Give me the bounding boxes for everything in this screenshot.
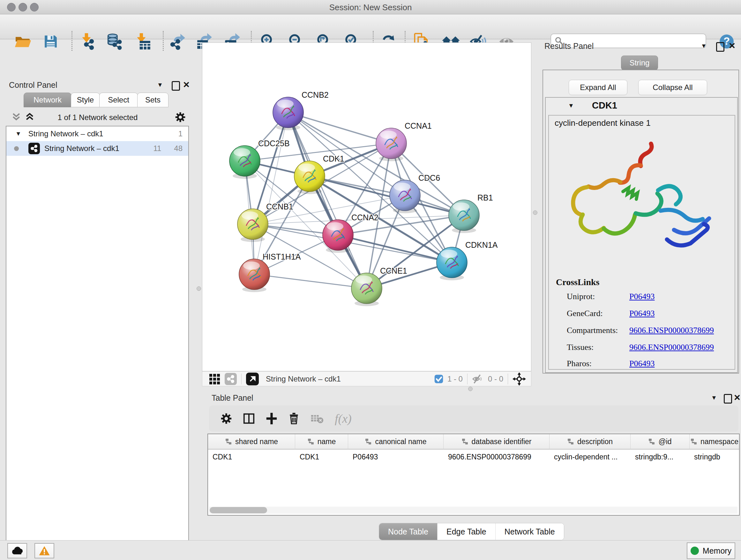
tab-sets[interactable]: Sets — [137, 92, 169, 107]
table-scrollbar-thumb[interactable] — [210, 507, 267, 513]
results-panel-collapse-icon[interactable]: ▼ — [701, 43, 707, 50]
cell-namespace[interactable]: stringdb — [690, 449, 739, 464]
column-label: database identifier — [472, 437, 532, 446]
network-label: String Network – cdk1 — [44, 144, 153, 153]
column-header[interactable]: database identifier — [444, 434, 549, 449]
show-columns-icon[interactable] — [243, 413, 255, 425]
detach-view-icon[interactable] — [246, 373, 259, 385]
tab-string[interactable]: String — [621, 56, 658, 70]
column-label: shared name — [235, 437, 278, 446]
network-row[interactable]: String Network – cdk1 11 48 — [6, 141, 188, 156]
crosslink-link[interactable]: 9606.ENSP00000378699 — [629, 326, 714, 335]
results-panel-close-icon[interactable]: × — [729, 42, 735, 49]
results-panel-title: Results Panel — [544, 42, 594, 51]
divider — [241, 374, 242, 384]
network-node-label: CDC6 — [418, 173, 440, 182]
network-edge[interactable] — [254, 112, 288, 274]
table-panel-collapse-icon[interactable]: ▼ — [711, 394, 717, 401]
column-header[interactable]: @id — [630, 434, 690, 449]
column-header[interactable]: description — [549, 434, 630, 449]
cell-id[interactable]: stringdb:9... — [630, 449, 690, 464]
hidden-node-edge-counts: 0 - 0 — [488, 374, 503, 383]
tab-network-table[interactable]: Network Table — [495, 523, 564, 540]
network-edge-count: 48 — [174, 144, 183, 153]
delete-table-icon[interactable] — [311, 413, 324, 424]
column-label: @id — [658, 437, 671, 446]
gene-expand-icon[interactable]: ▼ — [568, 102, 574, 109]
grid-view-icon[interactable] — [209, 373, 220, 385]
network-node-label: CDKN1A — [465, 240, 498, 249]
network-edge[interactable] — [288, 112, 391, 143]
crosslink-label: Uniprot: — [567, 292, 595, 301]
cloud-status-button[interactable] — [7, 543, 27, 558]
column-header[interactable]: name — [295, 434, 348, 449]
column-header[interactable]: canonical name — [348, 434, 444, 449]
table-settings-gear-icon[interactable] — [220, 413, 232, 424]
function-builder-icon[interactable]: f(x) — [335, 412, 352, 426]
collection-label: String Network – cdk1 — [28, 129, 179, 138]
network-options-gear-icon[interactable] — [175, 112, 186, 123]
network-edge[interactable] — [288, 112, 367, 288]
selected-checkbox-icon[interactable] — [434, 374, 444, 384]
crosslink-label: GeneCard: — [567, 309, 603, 318]
column-header[interactable]: shared name — [208, 434, 295, 449]
gene-name: CDK1 — [592, 100, 617, 111]
tab-style[interactable]: Style — [71, 92, 100, 107]
cell-shared-name[interactable]: CDK1 — [208, 449, 295, 464]
network-node-label: CDC25B — [258, 139, 290, 148]
warnings-button[interactable] — [35, 543, 54, 558]
hidden-eye-icon[interactable] — [472, 374, 484, 384]
string-results-box: Expand All Collapse All ▼ CDK1 cyclin-de… — [542, 70, 739, 374]
network-tree: ▼ String Network – cdk1 1 String Network… — [6, 126, 189, 560]
delete-column-icon[interactable] — [288, 412, 300, 425]
add-column-icon[interactable] — [266, 412, 277, 425]
cell-name[interactable]: CDK1 — [295, 449, 348, 464]
network-graph[interactable]: CCNB2CCNA1CDC25BCDK1CDC6RB1CCNB1CCNA2CDK… — [202, 43, 531, 371]
cell-database-identifier[interactable]: 9606.ENSP00000378699 — [444, 449, 549, 464]
tab-select[interactable]: Select — [99, 92, 138, 107]
network-view-title: String Network – cdk1 — [266, 374, 341, 383]
protein-structure-image — [555, 134, 728, 271]
crosslink-link[interactable]: P06493 — [629, 359, 655, 368]
network-edge[interactable] — [254, 274, 367, 288]
expand-all-button[interactable]: Expand All — [569, 80, 627, 95]
divider — [508, 374, 508, 384]
right-splitter-handle[interactable] — [533, 210, 537, 215]
network-node-label: CCNA2 — [351, 213, 379, 222]
crosslink-link[interactable]: 9606.ENSP00000378699 — [629, 343, 714, 352]
table-horizontal-scrollbar[interactable] — [209, 507, 738, 514]
cell-canonical-name[interactable]: P06493 — [348, 449, 444, 464]
network-collection-row[interactable]: ▼ String Network – cdk1 1 — [6, 126, 188, 141]
control-panel-collapse-icon[interactable]: ▼ — [157, 81, 163, 88]
network-node-label: CCNA1 — [405, 121, 432, 130]
crosslink-link[interactable]: P06493 — [629, 309, 655, 318]
tab-network[interactable]: Network — [23, 92, 71, 107]
table-panel-close-icon[interactable]: × — [734, 393, 740, 401]
table-row[interactable]: CDK1 CDK1 P06493 9606.ENSP00000378699 cy… — [208, 449, 739, 464]
cloud-icon — [11, 546, 23, 555]
cell-description[interactable]: cyclin-dependent ... — [549, 449, 630, 464]
collapse-all-button[interactable]: Collapse All — [638, 80, 707, 95]
collection-expand-icon[interactable]: ▼ — [15, 130, 21, 137]
network-node-label: CCNB1 — [266, 202, 293, 211]
birdseye-toggle-icon[interactable] — [513, 372, 526, 386]
results-panel-float-icon[interactable] — [716, 42, 724, 52]
crosslinks-title: CrossLinks — [556, 277, 599, 287]
tab-node-table[interactable]: Node Table — [379, 523, 437, 540]
crosslink-link[interactable]: P06493 — [629, 292, 655, 301]
control-panel-float-icon[interactable] — [172, 81, 180, 91]
titlebar: Session: New Session — [0, 0, 741, 14]
column-label: name — [318, 437, 336, 446]
memory-button[interactable]: Memory — [687, 543, 735, 559]
column-header[interactable]: namespace — [690, 434, 739, 449]
left-splitter-handle[interactable] — [197, 287, 201, 291]
column-tree-icon — [648, 438, 655, 445]
table-panel-float-icon[interactable] — [724, 394, 732, 403]
gene-section: ▼ CDK1 cyclin-dependent kinase 1 — [545, 97, 738, 373]
network-share-icon[interactable] — [225, 373, 237, 385]
status-bar: Memory — [0, 540, 741, 560]
control-panel-close-icon[interactable]: × — [183, 80, 190, 88]
tab-edge-table[interactable]: Edge Table — [437, 523, 495, 540]
network-selection-status: 1 of 1 Network selected — [0, 113, 195, 122]
bottom-splitter-handle[interactable] — [468, 387, 473, 391]
